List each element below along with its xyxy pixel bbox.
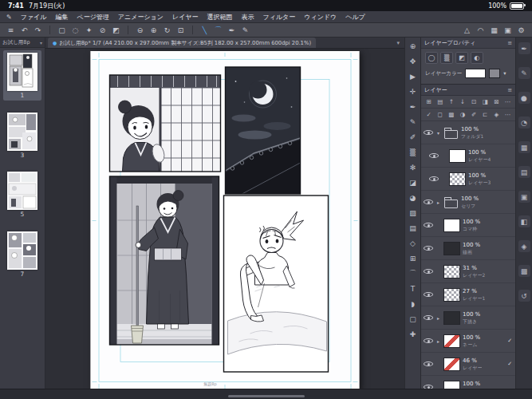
line-tool-icon[interactable]: ╲ [199,25,211,36]
selection-tool-icon[interactable]: ▢ [407,313,419,325]
ruler-tool-icon[interactable]: ⌒ [407,267,419,279]
history-palette-toggle-icon[interactable]: ↺ [518,290,530,302]
page-thumbnail-1[interactable]: 1 [3,50,41,101]
layer-row-layer1[interactable]: 27 %レイヤー1 [421,283,515,306]
move-layer-down-icon[interactable]: ↓ [458,97,467,106]
layer-row-layer3[interactable]: 100 %レイヤー3 [421,168,515,191]
layer-row-komawaku[interactable]: 100 %コマ枠 [421,214,515,237]
layer-visibility-icon[interactable] [424,290,433,299]
page-thumbnail-7[interactable]: 7 [3,229,41,279]
color-wheel-toggle-icon[interactable]: ◔ [518,117,530,128]
figure-tool-icon[interactable]: ◇ [407,237,419,249]
color-set-toggle-icon[interactable]: ▦ [518,141,530,153]
layer-row-rough[interactable]: 46 %レイヤー ✓ [421,353,515,376]
lock-layer-icon[interactable]: ◻ [435,110,444,119]
layer-visibility-icon[interactable] [424,382,433,389]
undo-icon[interactable]: ↶ [18,25,30,36]
panel-menu-icon[interactable]: ≡ [507,40,512,46]
subtool-palette-toggle-icon[interactable]: ✎ [518,67,530,79]
fill-tool-icon[interactable]: ▨ [407,207,419,219]
new-raster-layer-icon[interactable]: ⊞ [424,97,433,106]
duplicate-layer-icon[interactable]: ⊡ [470,97,479,106]
menu-view[interactable]: 表示 [242,13,254,22]
delete-layer-icon[interactable]: ⊠ [492,97,501,106]
brush-size-palette-toggle-icon[interactable]: ● [518,92,530,104]
pencil-tool-icon[interactable]: ✎ [407,116,419,128]
layer-row-layer2[interactable]: 31 %レイヤー2 [421,260,515,283]
menu-window[interactable]: ウィンドウ [304,13,337,22]
frame-border-tool-icon[interactable]: ⊞ [407,252,419,264]
layer-menu-icon[interactable]: ⋯ [503,97,512,106]
menu-selection[interactable]: 選択範囲 [207,13,233,22]
layer-visibility-icon[interactable] [429,151,439,160]
palette-options-icon[interactable]: ⋯ [503,110,512,119]
chevron-down-icon[interactable]: ▾ [503,70,506,77]
auto-select-icon[interactable]: ✦ [83,25,95,36]
layer-visibility-icon[interactable] [424,243,433,253]
draft-layer-icon[interactable]: ✐ [470,110,479,119]
menu-file[interactable]: ファイル [21,13,47,22]
select-lasso-icon[interactable]: ◌ [69,25,81,36]
airbrush-tool-icon[interactable]: ▒ [407,146,419,158]
move-layer-up-icon[interactable]: ↑ [447,97,455,106]
layer-row-paper[interactable]: 100 %用紙 [421,376,515,389]
grid-toggle-icon[interactable]: ▦ [488,25,500,36]
layer-visibility-icon[interactable] [429,174,439,184]
layer-visibility-icon[interactable] [424,359,433,369]
layer-row-name[interactable]: ▸ 100 %ネーム ✓ [421,330,515,353]
edit-target-icon[interactable]: ✓ [424,110,433,119]
layer-row-folder1[interactable]: ▾ 100 %フォルダ1 [421,121,515,144]
zoom-out-icon[interactable]: ⊖ [134,25,146,36]
document-tab[interactable]: ● お試し用8p* 1/7 (A4 210.00 x 297.00mm 製本サイ… [48,38,316,48]
layer-visibility-icon[interactable] [424,267,433,276]
reference-layer-icon[interactable]: ◈ [492,110,501,119]
color-slider-toggle-icon[interactable]: ▤ [518,166,530,178]
folder-expand-icon[interactable]: ▸ [435,200,441,205]
snap-to-special-ruler-icon[interactable]: ◠ [475,25,487,36]
palette-dock-toggle-icon[interactable]: ≡ [5,25,17,36]
layer-visibility-icon[interactable] [424,220,433,230]
tool-palette-toggle-icon[interactable]: ✒ [518,42,530,54]
redo-icon[interactable]: ↷ [32,25,44,36]
blend-tool-icon[interactable]: ◕ [407,192,419,203]
pen-tool-icon[interactable]: ✒ [407,101,419,113]
mask-icon[interactable]: ◑ [458,110,467,119]
select-rectangle-icon[interactable]: ▢ [56,25,68,36]
layer-subcolor-swatch[interactable] [489,69,500,78]
menu-animation[interactable]: アニメーション [118,13,164,22]
decoration-tool-icon[interactable]: ✻ [407,161,419,173]
border-effect-icon[interactable]: ◯ [425,52,438,64]
layer-visibility-icon[interactable] [424,197,433,207]
menu-filter[interactable]: フィルター [263,13,296,22]
pen-tool-icon[interactable]: ✒ [226,25,238,36]
menu-page-management[interactable]: ページ管理 [77,13,108,22]
layer-row-layer4[interactable]: 100 %レイヤー4 [421,144,515,168]
text-tool-icon[interactable]: T [407,282,419,294]
panel-menu-icon[interactable]: ≡ [507,87,512,93]
curve-tool-icon[interactable]: ⌒ [212,25,224,36]
menu-help[interactable]: ヘルプ [345,13,365,22]
eyedropper-tool-icon[interactable]: ✛ [407,85,419,97]
drawing-canvas[interactable]: 無題8p [45,49,404,389]
layer-visibility-icon[interactable] [424,128,433,137]
operation-tool-icon[interactable]: ▶ [407,70,419,82]
navigator-toggle-icon[interactable]: ◈ [518,240,530,252]
material-picker-icon[interactable]: ▣ [502,25,514,36]
material-palette-toggle-icon[interactable]: ▩ [518,265,530,277]
zoom-in-icon[interactable]: ⊕ [148,25,160,36]
menu-edit[interactable]: 編集 [55,13,68,22]
layer-row-serifu[interactable]: ▸ 100 %セリフ [421,191,515,214]
clip-below-icon[interactable]: ⊏ [481,110,490,119]
zoom-tool-icon[interactable]: ⊕ [407,40,419,52]
layer-visibility-icon[interactable] [424,336,433,346]
layer-color-swatch[interactable] [465,69,486,78]
layer-color-effect-icon[interactable]: ◩ [455,52,468,64]
deselect-icon[interactable]: ⊘ [97,25,108,36]
correction-tool-icon[interactable]: ✚ [407,328,419,340]
fit-to-screen-icon[interactable]: ⊡ [175,25,187,36]
snap-to-ruler-icon[interactable]: △ [461,25,473,36]
brush-tool-icon[interactable]: ✎ [239,25,251,36]
balloon-tool-icon[interactable]: ◗ [407,298,419,310]
move-tool-icon[interactable]: ✥ [407,55,419,67]
layer-row-senga[interactable]: 100 %線画 [421,237,515,260]
